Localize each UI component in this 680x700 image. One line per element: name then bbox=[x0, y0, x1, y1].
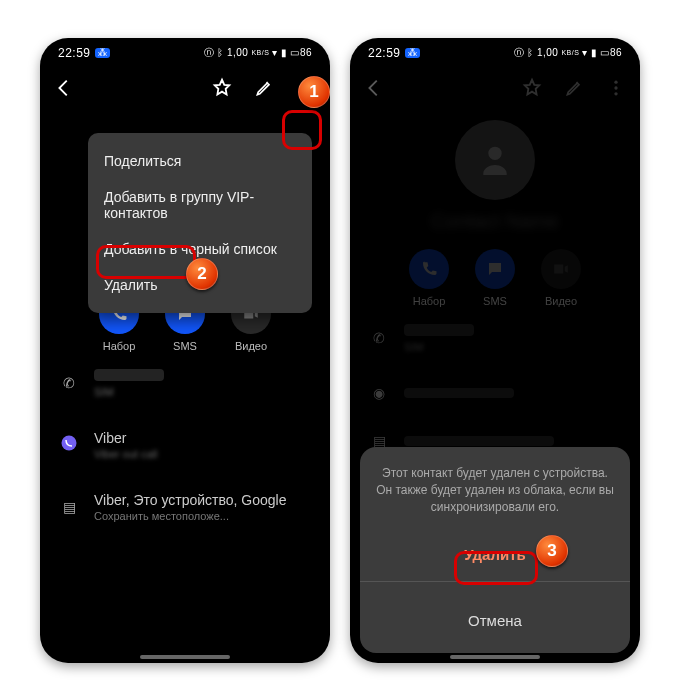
net-speed: 1,00 bbox=[537, 47, 558, 58]
bluetooth-icon: ⁂ bbox=[405, 48, 421, 58]
dialog-cancel-button[interactable]: Отмена bbox=[374, 602, 616, 639]
contact-name: Contact Name bbox=[431, 210, 559, 233]
storage-sub: Сохранить местоположе... bbox=[94, 510, 286, 522]
star-icon[interactable] bbox=[208, 74, 236, 102]
viber-label: Viber bbox=[94, 430, 214, 446]
more-button[interactable] bbox=[602, 74, 630, 102]
phone-left: 22:59 ⁂ ⓝ ᛒ 1,00 KB/S ▾ ▮ ▭86 bbox=[40, 38, 330, 663]
status-time: 22:59 bbox=[368, 46, 401, 60]
marker-1: 1 bbox=[298, 76, 330, 108]
action-call-label: Набор bbox=[413, 295, 446, 307]
star-icon[interactable] bbox=[518, 74, 546, 102]
phone-right: 22:59 ⁂ ⓝ ᛒ 1,00 KB/S ▾ ▮ ▭86 bbox=[350, 38, 640, 663]
signal-icon: ▮ bbox=[591, 47, 598, 58]
edit-icon[interactable] bbox=[560, 74, 588, 102]
avatar bbox=[455, 120, 535, 200]
status-time: 22:59 bbox=[58, 46, 91, 60]
back-button[interactable] bbox=[360, 74, 388, 102]
highlight-dialog-delete bbox=[454, 551, 538, 585]
viber-icon bbox=[58, 434, 80, 455]
edit-icon[interactable] bbox=[250, 74, 278, 102]
viber-icon: ◉ bbox=[368, 385, 390, 401]
svg-point-6 bbox=[614, 92, 617, 95]
action-sms[interactable]: SMS bbox=[475, 249, 515, 307]
row-phone: ✆ SIM bbox=[350, 307, 640, 369]
menu-add-vip[interactable]: Добавить в группу VIP-контактов bbox=[88, 179, 312, 231]
contact-actions: Набор SMS Видео bbox=[350, 249, 640, 307]
action-sms-label: SMS bbox=[173, 340, 197, 352]
menu-share[interactable]: Поделиться bbox=[88, 143, 312, 179]
bt-icon: ᛒ bbox=[527, 47, 534, 58]
row-phone[interactable]: ✆ SIM bbox=[40, 352, 330, 414]
battery-icon: ▭86 bbox=[290, 47, 312, 58]
action-sms-label: SMS bbox=[483, 295, 507, 307]
row-viber: ◉ bbox=[350, 369, 640, 417]
contact-header: Contact Name bbox=[350, 120, 640, 233]
nfc-icon: ⓝ bbox=[204, 46, 215, 60]
row-viber[interactable]: Viber Viber out call bbox=[40, 414, 330, 476]
status-icons: ⓝ ᛒ 1,00 KB/S ▾ ▮ ▭86 bbox=[514, 46, 622, 60]
net-unit: KB/S bbox=[251, 49, 269, 56]
wifi-icon: ▾ bbox=[582, 47, 588, 58]
sim-icon: ▤ bbox=[368, 433, 390, 449]
phone-icon: ✆ bbox=[58, 375, 80, 391]
highlight-more bbox=[282, 110, 322, 150]
nfc-icon: ⓝ bbox=[514, 46, 525, 60]
marker-3: 3 bbox=[536, 535, 568, 567]
action-video[interactable]: Видео bbox=[541, 249, 581, 307]
highlight-delete-item bbox=[96, 245, 196, 279]
action-video-label: Видео bbox=[235, 340, 267, 352]
net-speed: 1,00 bbox=[227, 47, 248, 58]
action-call-label: Набор bbox=[103, 340, 136, 352]
home-indicator bbox=[140, 655, 230, 659]
row-storage[interactable]: ▤ Viber, Это устройство, Google Сохранит… bbox=[40, 476, 330, 538]
wifi-icon: ▾ bbox=[272, 47, 278, 58]
marker-2: 2 bbox=[186, 258, 218, 290]
storage-label: Viber, Это устройство, Google bbox=[94, 492, 286, 508]
bt-icon: ᛒ bbox=[217, 47, 224, 58]
bluetooth-icon: ⁂ bbox=[95, 48, 111, 58]
confirm-delete-dialog: Этот контакт будет удален с устройства. … bbox=[360, 447, 630, 652]
svg-point-4 bbox=[614, 80, 617, 83]
action-video-label: Видео bbox=[545, 295, 577, 307]
home-indicator bbox=[450, 655, 540, 659]
sim-icon: ▤ bbox=[58, 499, 80, 515]
net-unit: KB/S bbox=[561, 49, 579, 56]
status-icons: ⓝ ᛒ 1,00 KB/S ▾ ▮ ▭86 bbox=[204, 46, 312, 60]
dialog-message: Этот контакт будет удален с устройства. … bbox=[374, 465, 616, 515]
signal-icon: ▮ bbox=[281, 47, 288, 58]
svg-point-3 bbox=[62, 436, 77, 451]
app-bar bbox=[350, 68, 640, 108]
back-button[interactable] bbox=[50, 74, 78, 102]
status-bar: 22:59 ⁂ ⓝ ᛒ 1,00 KB/S ▾ ▮ ▭86 bbox=[350, 38, 640, 68]
battery-icon: ▭86 bbox=[600, 47, 622, 58]
phone-icon: ✆ bbox=[368, 330, 390, 346]
svg-point-5 bbox=[614, 86, 617, 89]
status-bar: 22:59 ⁂ ⓝ ᛒ 1,00 KB/S ▾ ▮ ▭86 bbox=[40, 38, 330, 68]
app-bar bbox=[40, 68, 330, 108]
action-call[interactable]: Набор bbox=[409, 249, 449, 307]
